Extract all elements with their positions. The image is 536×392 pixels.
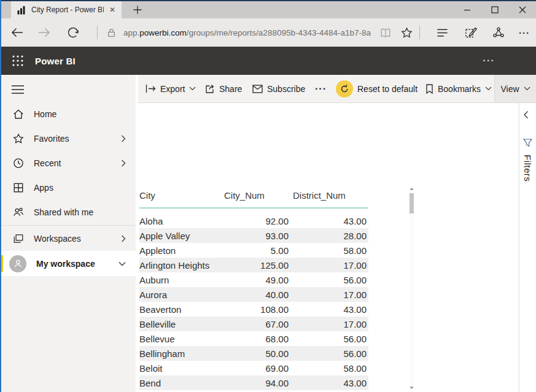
window-left-border	[0, 0, 1, 392]
sidebar-item-home[interactable]: Home	[0, 102, 136, 126]
person-icon	[13, 258, 23, 269]
url-field[interactable]: app.powerbi.com/groups/me/reports/a28809…	[123, 18, 371, 47]
sidebar-item-favorites[interactable]: Favorites	[0, 126, 136, 151]
reset-icon	[340, 84, 349, 94]
web-note-icon	[465, 26, 477, 39]
scroll-down-arrow[interactable]	[409, 385, 414, 391]
share-label: Share	[219, 84, 242, 94]
hub-lines-icon	[437, 28, 448, 37]
share-page-button[interactable]	[489, 18, 508, 47]
cell-city: Bellevue	[139, 334, 224, 344]
sidebar-nav: Home Favorites Recent Apps Shared with m…	[0, 102, 136, 276]
cell-district-num: 43.00	[289, 216, 368, 226]
share-icon	[204, 84, 215, 94]
table-row[interactable]: Appleton 5.00 58.00	[139, 243, 368, 258]
subscribe-label: Subscribe	[267, 84, 305, 94]
column-header-city[interactable]: City	[139, 190, 224, 201]
workspaces-icon	[13, 233, 24, 244]
app-title: Power BI	[35, 47, 76, 75]
browser-addressbar: app.powerbi.com/groups/me/reports/a28809…	[0, 18, 536, 47]
powerbi-header: Power BI ···	[0, 47, 536, 75]
chevron-down-icon	[118, 261, 126, 266]
maximize-icon	[491, 6, 499, 13]
table-visual: City City_Num District_Num Aloha 92.00 4…	[139, 183, 368, 390]
back-button[interactable]	[9, 18, 26, 47]
table-row[interactable]: Beloit 69.00 58.00	[139, 361, 368, 375]
cell-city-num: 108.00	[224, 304, 289, 315]
sidebar-item-shared-with-me[interactable]: Shared with me	[0, 200, 136, 225]
addressbar-divider	[419, 26, 420, 39]
close-window-button[interactable]	[508, 1, 536, 18]
table-row[interactable]: Apple Valley 93.00 28.00	[139, 228, 368, 243]
cell-district-num: 56.00	[289, 334, 368, 344]
table-row[interactable]: Bend 94.00 43.00	[139, 375, 368, 390]
cell-district-num: 43.00	[289, 304, 368, 315]
minimize-button[interactable]	[453, 1, 481, 18]
cell-district-num: 28.00	[289, 231, 368, 241]
filters-funnel-icon[interactable]	[523, 139, 532, 147]
refresh-button[interactable]	[64, 18, 82, 47]
star-icon	[13, 133, 24, 144]
new-tab-button[interactable]	[130, 3, 145, 17]
reset-to-default-button[interactable]: Reset to default	[336, 75, 418, 102]
filters-rail: Filters	[519, 103, 536, 392]
web-note-button[interactable]	[462, 18, 480, 47]
reset-label: Reset to default	[357, 84, 418, 94]
reading-view-button[interactable]	[377, 18, 394, 47]
table-row[interactable]: Auburn 49.00 56.00	[139, 272, 368, 287]
global-nav-button[interactable]	[11, 83, 27, 96]
cell-district-num: 17.00	[289, 290, 368, 300]
sidebar-divider	[0, 225, 136, 226]
table-row[interactable]: Aloha 92.00 43.00	[139, 213, 368, 228]
bookmarks-button[interactable]: Bookmarks	[425, 75, 492, 102]
subscribe-button[interactable]: Subscribe	[252, 75, 305, 102]
table-row[interactable]: Bellingham 50.00 56.00	[139, 346, 368, 361]
sidebar-item-workspaces[interactable]: Workspaces	[0, 226, 136, 251]
cell-city: Beaverton	[139, 304, 224, 315]
table-row[interactable]: Belleville 67.00 17.00	[139, 317, 368, 331]
maximize-button[interactable]	[481, 1, 508, 18]
sidebar-item-my-workspace[interactable]: My workspace	[0, 251, 136, 276]
chevron-right-icon	[121, 135, 126, 142]
table-row[interactable]: Beaverton 108.00 43.00	[139, 302, 368, 317]
scrollbar-thumb[interactable]	[410, 193, 414, 213]
back-arrow-icon	[10, 27, 24, 38]
star-icon	[401, 27, 413, 39]
url-subdomain: app.	[123, 28, 139, 37]
waffle-menu-button[interactable]	[12, 55, 24, 67]
expand-filters-button[interactable]	[523, 110, 529, 119]
chevron-down-icon	[485, 86, 492, 91]
table-row[interactable]: Arlington Heights 125.00 17.00	[139, 258, 368, 272]
report-toolbar: Export Share Subscribe ··· Reset to defa…	[138, 75, 536, 103]
cell-city-num: 93.00	[224, 231, 289, 241]
hub-button[interactable]	[433, 18, 451, 47]
view-button[interactable]: View	[494, 75, 536, 102]
column-header-city-num[interactable]: City_Num	[224, 190, 289, 201]
table-scrollbar[interactable]	[409, 186, 414, 391]
table-row[interactable]: Bellevue 68.00 56.00	[139, 331, 368, 346]
browser-more-button[interactable]: ···	[516, 18, 533, 47]
scroll-up-arrow[interactable]	[409, 186, 414, 191]
cell-city: Bellingham	[139, 348, 224, 359]
cell-city-num: 5.00	[224, 245, 289, 256]
export-button[interactable]: Export	[146, 75, 196, 102]
share-circle-icon	[492, 26, 505, 39]
share-button[interactable]: Share	[204, 75, 242, 102]
column-header-district-num[interactable]: District_Num	[289, 190, 368, 201]
sidebar-item-label: Home	[34, 109, 136, 119]
favorites-star-button[interactable]	[398, 18, 415, 47]
cell-city: Arlington Heights	[139, 260, 224, 271]
header-more-button[interactable]: ···	[480, 47, 497, 75]
cell-city: Aloha	[139, 216, 224, 226]
toolbar-more-button[interactable]: ···	[315, 75, 327, 102]
table-body: Aloha 92.00 43.00 Apple Valley 93.00 28.…	[139, 213, 368, 390]
table-row[interactable]: Aurora 40.00 17.00	[139, 287, 368, 302]
filters-label: Filters	[522, 155, 533, 182]
tab-close-icon[interactable]: ✕	[109, 6, 115, 14]
forward-button[interactable]	[36, 18, 53, 47]
sidebar-item-recent[interactable]: Recent	[0, 151, 136, 175]
home-icon	[13, 109, 24, 120]
url-path: /groups/me/reports/a288095b-4343-4484-a1…	[187, 28, 371, 37]
sidebar-item-apps[interactable]: Apps	[0, 175, 136, 200]
browser-tab[interactable]: City Report - Power BI ✕	[11, 1, 122, 18]
